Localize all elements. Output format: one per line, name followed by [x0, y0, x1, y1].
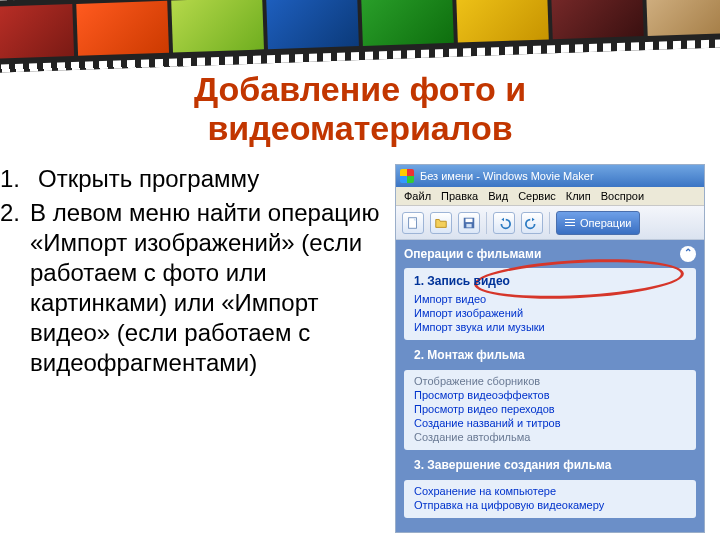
step-text: Открыть программу	[28, 164, 259, 194]
link-send-dv[interactable]: Отправка на цифровую видеокамеру	[414, 498, 686, 512]
task-section-edit: 2. Монтаж фильма	[404, 344, 696, 370]
step-number: 2.	[0, 198, 28, 378]
operations-icon	[565, 219, 575, 227]
app-title: Без имени - Windows Movie Maker	[420, 170, 594, 182]
section-title: 2. Монтаж фильма	[414, 346, 686, 366]
menu-view[interactable]: Вид	[488, 190, 508, 202]
toolbar-separator	[549, 212, 550, 234]
link-make-titles[interactable]: Создание названий и титров	[414, 416, 686, 430]
section-title: 3. Завершение создания фильма	[414, 456, 686, 476]
link-import-audio[interactable]: Импорт звука или музыки	[414, 320, 686, 334]
task-section-finish-body: Сохранение на компьютере Отправка на циф…	[404, 480, 696, 518]
menu-edit[interactable]: Правка	[441, 190, 478, 202]
task-section-finish: 3. Завершение создания фильма	[404, 454, 696, 480]
collapse-icon[interactable]: ⌃	[680, 246, 696, 262]
toolbar-separator	[486, 212, 487, 234]
operations-button[interactable]: Операции	[556, 211, 640, 235]
menu-file[interactable]: Файл	[404, 190, 431, 202]
link-import-video[interactable]: Импорт видео	[414, 292, 686, 306]
save-button[interactable]	[458, 212, 480, 234]
new-button[interactable]	[402, 212, 424, 234]
link-view-transitions[interactable]: Просмотр видео переходов	[414, 402, 686, 416]
redo-button[interactable]	[521, 212, 543, 234]
svg-rect-2	[466, 218, 473, 222]
task-pane-header: Операции с фильмами ⌃	[404, 244, 696, 268]
link-automovie: Создание автофильма	[414, 430, 686, 444]
task-section-edit-body: Отображение сборников Просмотр видеоэффе…	[404, 370, 696, 450]
link-save-computer[interactable]: Сохранение на компьютере	[414, 484, 686, 498]
open-button[interactable]	[430, 212, 452, 234]
step-number: 1.	[0, 164, 28, 194]
app-logo-icon	[400, 169, 414, 183]
menu-bar: Файл Правка Вид Сервис Клип Воспрои	[396, 187, 704, 206]
instruction-list: 1. Открыть программу 2. В левом меню най…	[0, 164, 395, 382]
task-pane: Операции с фильмами ⌃ 1. Запись видео Им…	[396, 240, 704, 532]
menu-play[interactable]: Воспрои	[601, 190, 644, 202]
operations-label: Операции	[580, 217, 631, 229]
undo-button[interactable]	[493, 212, 515, 234]
task-pane-title: Операции с фильмами	[404, 247, 541, 261]
task-section-capture: 1. Запись видео Импорт видео Импорт изоб…	[404, 268, 696, 340]
link-show-collections: Отображение сборников	[414, 374, 686, 388]
section-title: 1. Запись видео	[414, 272, 686, 292]
step-text: В левом меню найти операцию «Импорт изоб…	[28, 198, 395, 378]
slide-title: Добавление фото и видеоматериалов	[80, 70, 640, 148]
link-view-effects[interactable]: Просмотр видеоэффектов	[414, 388, 686, 402]
link-import-images[interactable]: Импорт изображений	[414, 306, 686, 320]
menu-tools[interactable]: Сервис	[518, 190, 556, 202]
svg-rect-3	[466, 224, 471, 228]
menu-clip[interactable]: Клип	[566, 190, 591, 202]
app-window: Без имени - Windows Movie Maker Файл Пра…	[395, 164, 705, 533]
app-titlebar: Без имени - Windows Movie Maker	[396, 165, 704, 187]
toolbar: Операции	[396, 206, 704, 240]
